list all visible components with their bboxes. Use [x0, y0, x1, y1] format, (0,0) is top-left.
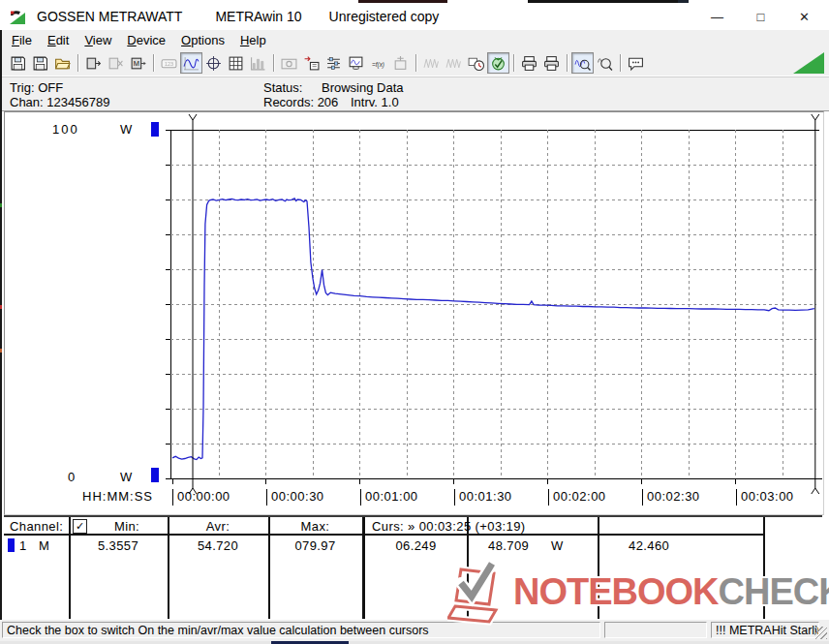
- status-value: Browsing Data: [322, 80, 404, 95]
- cursor2-unit: W: [551, 538, 564, 553]
- y-max-marker[interactable]: [151, 122, 159, 137]
- copy-screen-icon: [281, 55, 297, 72]
- open-button[interactable]: [51, 52, 74, 74]
- hints-icon: [628, 55, 644, 72]
- scheduler-button[interactable]: [465, 52, 487, 74]
- x-tick-label: 00:00:30: [266, 489, 324, 506]
- statusbar-middle: [604, 622, 707, 638]
- save-as-button[interactable]: [29, 52, 51, 74]
- app-title: GOSSEN METRAWATT: [37, 9, 182, 24]
- app-logo-icon: [8, 7, 27, 26]
- channel-color-swatch: [8, 538, 15, 552]
- doc-title: METRAwin 10: [215, 9, 301, 24]
- cursor-stats-table: Channel: ✓ Min: Avr: Max: Curs: » 00:03:…: [4, 515, 822, 619]
- titlebar: GOSSEN METRAWATT METRAwin 10 Unregistere…: [0, 3, 829, 30]
- print-icon: [543, 55, 560, 72]
- channel-number: 1: [19, 538, 27, 553]
- device-memory-icon: [130, 55, 146, 72]
- minimize-button[interactable]: —: [695, 3, 739, 30]
- close-button[interactable]: ✕: [783, 3, 826, 30]
- cursor-display-button[interactable]: [202, 52, 225, 74]
- statusbar: Check the box to switch On the min/avr/m…: [0, 620, 829, 641]
- menu-device[interactable]: Device: [119, 31, 173, 49]
- toolbar-separator: [620, 54, 621, 72]
- device-memory-button[interactable]: [127, 52, 149, 74]
- min-value: 5.3557: [69, 538, 168, 553]
- wave-dense-button: [443, 52, 465, 74]
- histogram-display-icon: [250, 55, 266, 72]
- window-artifact: [0, 349, 2, 353]
- cursor-display-icon: [205, 55, 222, 72]
- zoom-curve-button[interactable]: [571, 52, 594, 74]
- menu-edit[interactable]: Edit: [40, 31, 77, 49]
- x-tick-label: 00:02:00: [548, 489, 606, 506]
- wave-coarse-button: [420, 52, 443, 74]
- table-display-button[interactable]: [225, 52, 247, 74]
- column-divider: [69, 517, 71, 619]
- print-preview-icon: [521, 55, 537, 72]
- toolbar-separator: [415, 54, 416, 72]
- trig-status: Trig: OFF: [10, 80, 63, 95]
- monitor-setup-button[interactable]: [345, 52, 367, 74]
- formula-icon: [370, 55, 386, 72]
- toolbar: [2, 50, 829, 76]
- header-divider: [4, 534, 765, 536]
- x-axis-format-label: HH:MM:SS: [82, 489, 153, 504]
- menu-file[interactable]: File: [4, 31, 40, 49]
- live-record-button[interactable]: [487, 52, 509, 74]
- resize-grip[interactable]: [814, 627, 827, 639]
- channel-setup-icon: [325, 55, 342, 72]
- numeric-display-button: [158, 52, 180, 74]
- gossen-triangle-logo: [793, 52, 824, 74]
- hints-button[interactable]: [625, 52, 647, 74]
- print-preview-button[interactable]: [518, 52, 540, 74]
- record-to-file-icon: [303, 55, 320, 72]
- formula-button[interactable]: [367, 52, 389, 74]
- channel-header: Channel:: [10, 519, 63, 534]
- zoom-lens-button[interactable]: [594, 52, 616, 74]
- channel-mode: M: [39, 538, 49, 553]
- clear-device-button: [105, 52, 127, 74]
- window-artifact: [0, 29, 2, 634]
- x-tick-label: 00:02:30: [642, 489, 700, 506]
- chart-gridlines: [170, 130, 816, 478]
- chan-list: Chan: 123456789: [10, 95, 109, 109]
- menu-help[interactable]: Help: [232, 31, 274, 49]
- read-device-button[interactable]: [82, 52, 105, 74]
- avr-value: 54.720: [168, 538, 268, 553]
- cursor1-value: 06.249: [365, 538, 467, 553]
- y-min-marker[interactable]: [151, 468, 159, 482]
- chart-display-button[interactable]: [180, 52, 202, 74]
- zoom-lens-icon: [597, 55, 613, 72]
- channel-setup-button[interactable]: [322, 52, 345, 74]
- max-value: 079.97: [268, 538, 362, 553]
- column-divider: [598, 517, 599, 619]
- menu-view[interactable]: View: [77, 31, 119, 49]
- max-header: Max:: [268, 519, 362, 534]
- window-controls: — □ ✕: [695, 3, 826, 30]
- x-tick-label: 00:03:00: [736, 489, 794, 506]
- chart-axes: [166, 130, 822, 484]
- chart-display-icon: [183, 55, 200, 72]
- window-artifact: [0, 305, 2, 309]
- cursor2-value: 48.709: [488, 538, 529, 553]
- save-as-icon: [32, 55, 48, 72]
- print-button[interactable]: [540, 52, 563, 74]
- save-icon: [10, 55, 26, 72]
- records-count: Records: 206: [263, 95, 338, 109]
- save-button[interactable]: [7, 52, 29, 74]
- delta-value: 42.460: [629, 538, 669, 553]
- toolbar-separator: [567, 54, 568, 72]
- histogram-display-button: [247, 52, 269, 74]
- device-setup-icon: [392, 55, 409, 72]
- metrawin-window: { "window": { "app_title": "GOSSEN METRA…: [0, 0, 829, 644]
- record-to-file-button[interactable]: [300, 52, 322, 74]
- menu-options[interactable]: Options: [173, 31, 232, 49]
- channel-1-power-curve: [172, 199, 814, 460]
- minmax-checkbox[interactable]: ✓: [73, 519, 87, 534]
- table-display-icon: [228, 55, 244, 72]
- min-header: Min:: [89, 519, 165, 534]
- zoom-curve-icon: [574, 55, 591, 72]
- clear-device-icon: [107, 55, 124, 72]
- maximize-button[interactable]: □: [739, 3, 783, 30]
